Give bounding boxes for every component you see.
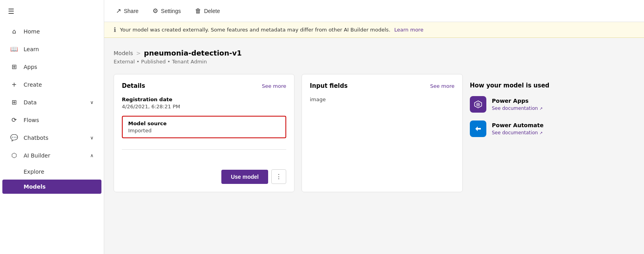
delete-icon: 🗑 xyxy=(195,7,201,15)
sidebar-item-label: Learn xyxy=(24,46,39,52)
details-card: Details See more Registration date 4/26/… xyxy=(114,74,294,192)
power-apps-doc-link[interactable]: See documentation ↗ xyxy=(492,106,543,111)
chevron-up-icon: ∧ xyxy=(90,153,94,158)
model-meta: External • Published • Tenant Admin xyxy=(114,59,635,65)
info-icon: ℹ xyxy=(114,26,116,33)
settings-button[interactable]: ⚙ Settings xyxy=(150,6,183,16)
sidebar-sub-item-models[interactable]: Models xyxy=(2,180,101,194)
book-icon: 📖 xyxy=(10,45,18,53)
sidebar-item-home[interactable]: ⌂ Home xyxy=(2,23,101,40)
sidebar-sub-item-label: Explore xyxy=(24,169,44,175)
details-card-title: Details xyxy=(122,82,145,89)
create-icon: + xyxy=(10,81,18,88)
main-content: ↗ Share ⚙ Settings 🗑 Delete ℹ Your model… xyxy=(104,0,644,254)
delete-label: Delete xyxy=(204,8,220,14)
how-used-card-header: How your model is used xyxy=(470,82,576,89)
sidebar-item-label: Create xyxy=(24,82,42,88)
sidebar: ☰ ⌂ Home 📖 Learn ⊞ Apps + Create ⊞ Data … xyxy=(0,0,104,254)
details-card-footer: Use model ⋮ xyxy=(122,165,286,184)
hamburger-menu[interactable]: ☰ xyxy=(0,0,104,22)
sidebar-item-label: AI Builder xyxy=(24,152,50,159)
usage-item-power-automate: Power Automate See documentation ↗ xyxy=(470,121,576,137)
details-see-more-link[interactable]: See more xyxy=(262,83,286,89)
registration-date-value: 4/26/2021, 6:28:21 PM xyxy=(122,104,286,109)
sidebar-item-apps[interactable]: ⊞ Apps xyxy=(2,58,101,75)
power-automate-icon xyxy=(470,121,486,137)
breadcrumb-parent[interactable]: Models xyxy=(114,50,133,56)
input-fields-card-title: Input fields xyxy=(310,82,348,89)
registration-date-field: Registration date 4/26/2021, 6:28:21 PM xyxy=(122,96,286,109)
details-divider xyxy=(122,149,286,150)
power-apps-name: Power Apps xyxy=(492,98,543,104)
settings-icon: ⚙ xyxy=(153,7,158,15)
ai-builder-icon: ⬡ xyxy=(10,152,18,159)
sidebar-item-flows[interactable]: ⟳ Flows xyxy=(2,111,101,128)
sidebar-item-label: Flows xyxy=(24,117,39,123)
details-card-header: Details See more xyxy=(122,82,286,89)
sidebar-sub-item-explore[interactable]: Explore xyxy=(2,165,101,179)
hamburger-icon: ☰ xyxy=(8,7,14,15)
banner-message: Your model was created externally. Some … xyxy=(120,27,390,33)
sidebar-item-data[interactable]: ⊞ Data ∨ xyxy=(2,94,101,111)
use-model-button[interactable]: Use model xyxy=(221,170,268,184)
power-automate-doc-link[interactable]: See documentation ↗ xyxy=(492,130,543,135)
apps-icon: ⊞ xyxy=(10,63,18,70)
sidebar-item-chatbots[interactable]: 💬 Chatbots ∨ xyxy=(2,129,101,146)
more-options-button[interactable]: ⋮ xyxy=(271,169,286,184)
power-apps-icon xyxy=(470,96,486,113)
share-label: Share xyxy=(124,8,138,14)
breadcrumb: Models > pneumonia-detection-v1 xyxy=(114,49,635,57)
toolbar: ↗ Share ⚙ Settings 🗑 Delete xyxy=(104,0,644,22)
power-apps-text: Power Apps See documentation ↗ xyxy=(492,98,543,111)
breadcrumb-separator: > xyxy=(136,50,141,56)
power-automate-name: Power Automate xyxy=(492,122,543,128)
home-icon: ⌂ xyxy=(10,28,18,35)
more-icon: ⋮ xyxy=(276,173,282,180)
usage-item-power-apps: Power Apps See documentation ↗ xyxy=(470,96,576,113)
input-fields-see-more-link[interactable]: See more xyxy=(430,83,454,89)
chatbots-icon: 💬 xyxy=(10,134,18,141)
delete-button[interactable]: 🗑 Delete xyxy=(193,6,222,16)
info-banner: ℹ Your model was created externally. Som… xyxy=(104,22,644,38)
learn-more-link[interactable]: Learn more xyxy=(394,27,423,33)
sidebar-item-label: Data xyxy=(24,99,37,106)
sidebar-item-label: Home xyxy=(24,28,40,35)
sidebar-item-create[interactable]: + Create xyxy=(2,76,101,93)
sidebar-item-label: Chatbots xyxy=(24,135,48,141)
chevron-down-icon: ∨ xyxy=(90,135,94,141)
model-source-label: Model source xyxy=(128,121,280,126)
chevron-down-icon: ∨ xyxy=(90,100,94,105)
share-icon: ↗ xyxy=(116,7,121,15)
page-content: Models > pneumonia-detection-v1 External… xyxy=(104,38,644,254)
model-source-value: Imported xyxy=(128,128,280,133)
how-used-card-title: How your model is used xyxy=(470,82,549,89)
settings-label: Settings xyxy=(161,8,181,14)
svg-marker-1 xyxy=(476,102,480,107)
sidebar-item-label: Apps xyxy=(24,64,37,70)
input-fields-card-header: Input fields See more xyxy=(310,82,454,89)
breadcrumb-current: pneumonia-detection-v1 xyxy=(144,49,242,57)
data-icon: ⊞ xyxy=(10,98,18,106)
how-used-card: How your model is used Power Apps See do… xyxy=(470,74,584,192)
share-button[interactable]: ↗ Share xyxy=(114,6,141,16)
sidebar-item-learn[interactable]: 📖 Learn xyxy=(2,41,101,57)
model-source-highlighted: Model source Imported xyxy=(122,116,286,138)
power-automate-text: Power Automate See documentation ↗ xyxy=(492,122,543,135)
flows-icon: ⟳ xyxy=(10,116,18,124)
sidebar-sub-item-label: Models xyxy=(24,184,46,190)
sidebar-item-ai-builder[interactable]: ⬡ AI Builder ∧ xyxy=(2,147,101,164)
registration-date-label: Registration date xyxy=(122,96,286,102)
cards-row: Details See more Registration date 4/26/… xyxy=(114,74,635,192)
input-fields-card: Input fields See more image xyxy=(302,74,463,192)
input-field-value: image xyxy=(310,96,454,102)
